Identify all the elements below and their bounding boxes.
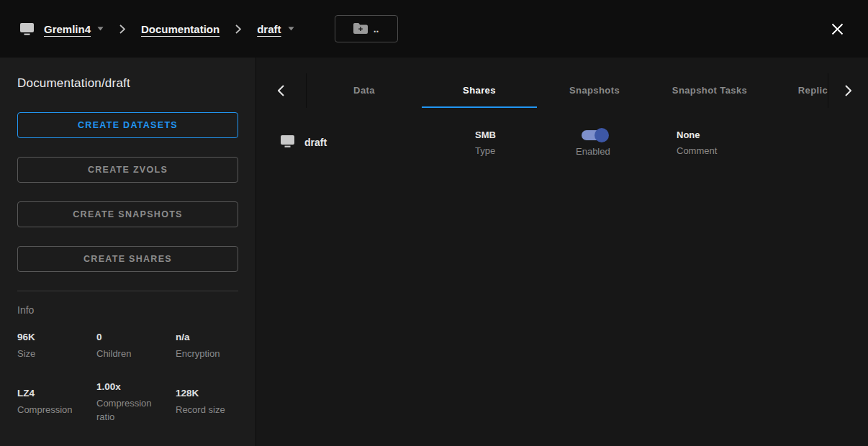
create-snapshots-button[interactable]: CREATE SNAPSHOTS — [17, 201, 238, 227]
share-name-cell: draft — [281, 135, 475, 150]
folder-icon — [353, 22, 368, 36]
toggle-thumb — [595, 128, 609, 142]
tab-strip: Data Shares Snapshots Snapshot Tasks Rep… — [307, 73, 828, 108]
stat-label: Record size — [176, 404, 255, 417]
stat-encryption: n/a Encryption — [176, 332, 255, 361]
share-enabled-toggle[interactable] — [582, 128, 609, 142]
share-comment-value: None — [677, 129, 868, 140]
tab-shares[interactable]: Shares — [422, 73, 537, 108]
share-comment-label: Comment — [677, 145, 868, 156]
stat-label: Children — [96, 347, 176, 361]
create-datasets-button[interactable]: CREATE DATASETS — [17, 112, 238, 138]
chevron-right-icon — [235, 24, 241, 34]
stat-value: 1.00x — [96, 381, 176, 392]
sidebar-divider — [17, 291, 238, 291]
stat-value: 128K — [176, 388, 255, 399]
tabs-scroll-left-button[interactable] — [256, 73, 307, 108]
share-row[interactable]: draft SMB Type Enabled None Comment — [281, 119, 868, 165]
tabs-scroll-right-button[interactable] — [828, 73, 868, 108]
breadcrumb-pool[interactable]: Gremlin4 — [44, 23, 91, 35]
share-name: draft — [304, 137, 327, 148]
create-zvols-button[interactable]: CREATE ZVOLS — [17, 157, 238, 183]
parent-directory-label: .. — [374, 23, 379, 35]
page-title: Documentation/draft — [17, 76, 238, 91]
close-icon[interactable] — [827, 19, 848, 40]
stat-label: Compression — [17, 404, 96, 417]
info-heading: Info — [17, 304, 238, 316]
chevron-right-icon — [119, 24, 125, 34]
share-comment-cell: None Comment — [677, 129, 868, 156]
main-area: Documentation/draft CREATE DATASETS CREA… — [0, 58, 868, 446]
tab-snapshot-tasks[interactable]: Snapshot Tasks — [652, 73, 767, 108]
stat-value: n/a — [176, 332, 255, 342]
create-shares-button[interactable]: CREATE SHARES — [17, 246, 238, 272]
breadcrumb-current[interactable]: draft — [257, 23, 281, 35]
stat-label: Encryption — [176, 347, 255, 361]
share-type-label: Type — [475, 145, 576, 156]
share-type-cell: SMB Type — [475, 129, 576, 156]
pool-chevron-down-icon[interactable] — [97, 27, 104, 31]
stat-size: 96K Size — [17, 332, 96, 361]
stat-record-size: 128K Record size — [176, 388, 255, 417]
stat-value: 0 — [96, 332, 176, 342]
stat-value: LZ4 — [17, 388, 96, 399]
stat-compression-ratio: 1.00x Compression ratio — [96, 381, 176, 424]
share-enabled-cell: Enabled — [576, 128, 677, 157]
topbar: Gremlin4 Documentation draft .. — [0, 0, 868, 58]
stat-value: 96K — [17, 332, 96, 342]
stat-label: Compression ratio — [96, 397, 176, 424]
stat-label: Size — [17, 347, 96, 361]
parent-directory-button[interactable]: .. — [335, 15, 398, 42]
dataset-monitor-icon — [20, 23, 34, 35]
tab-bar: Data Shares Snapshots Snapshot Tasks Rep… — [256, 73, 868, 108]
share-type-value: SMB — [475, 129, 576, 140]
info-stats-grid: 96K Size 0 Children n/a Encryption LZ4 C… — [17, 332, 238, 424]
tab-snapshots[interactable]: Snapshots — [537, 73, 652, 108]
share-enabled-label: Enabled — [576, 146, 677, 157]
content-panel: Data Shares Snapshots Snapshot Tasks Rep… — [256, 58, 868, 446]
tab-replication[interactable]: Replication — [767, 73, 828, 108]
dataset-sidebar: Documentation/draft CREATE DATASETS CREA… — [0, 58, 256, 446]
stat-compression: LZ4 Compression — [17, 388, 96, 417]
breadcrumb-parent[interactable]: Documentation — [141, 23, 220, 35]
stat-children: 0 Children — [96, 332, 176, 361]
app-window: Gremlin4 Documentation draft .. — [0, 0, 868, 446]
dataset-chevron-down-icon[interactable] — [288, 27, 294, 31]
tab-data[interactable]: Data — [307, 73, 422, 108]
share-monitor-icon — [281, 135, 294, 150]
